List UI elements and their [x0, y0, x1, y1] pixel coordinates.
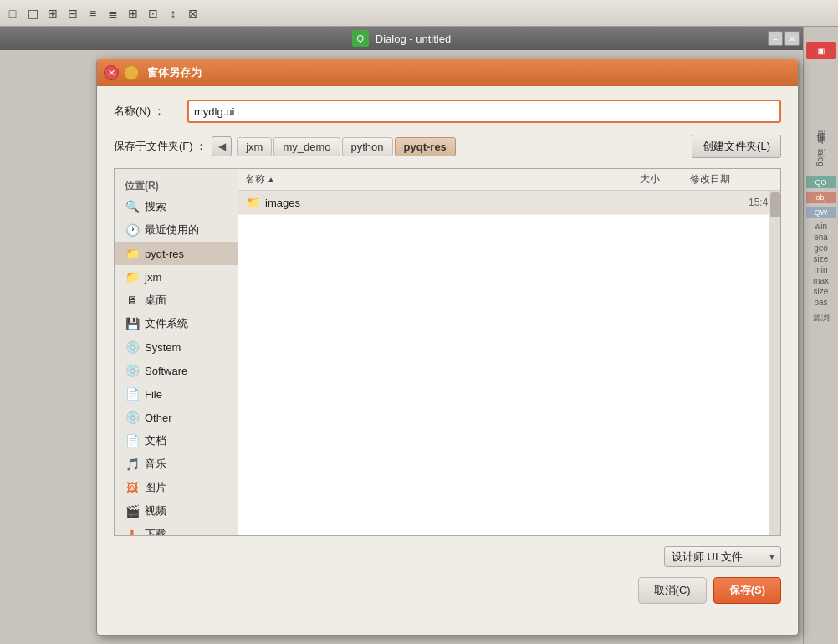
breadcrumb-pyqt-res[interactable]: pyqt-res: [395, 137, 456, 156]
main-pane: 位置(R) 🔍 搜索 🕐 最近使用的 📁 pyqt-res 📁: [114, 168, 781, 536]
right-panel-qw: QW: [806, 207, 836, 218]
main-window-app-icon: Q: [352, 30, 369, 47]
sidebar-item-music-label: 音乐: [145, 457, 166, 472]
sidebar-item-system-label: System: [145, 341, 181, 354]
file-list-container: 名称 ▲ 大小 修改日期 📁: [238, 169, 780, 535]
sidebar-item-download[interactable]: ⬇ 下载: [115, 523, 238, 535]
toolbar-btn-5[interactable]: ≡: [84, 4, 102, 23]
sidebar-item-jxm[interactable]: 📁 jxm: [115, 265, 238, 289]
dialog-minimize-button[interactable]: [124, 65, 139, 80]
toolbar-btn-4[interactable]: ⊟: [64, 4, 82, 23]
right-panel-ena: ena: [814, 233, 828, 242]
right-panel: 对象查 对象 ▣ 性编 ilter ialog 性 QO obj QW win …: [803, 27, 838, 644]
main-window-controls: – ✕: [768, 31, 800, 46]
sidebar-item-recent[interactable]: 🕐 最近使用的: [115, 218, 238, 242]
desktop: □ ◫ ⊞ ⊟ ≡ ≣ ⊞ ⊡ ↕ ⊠ 对象查 对象 ▣ 性编 ilter ia…: [0, 0, 838, 644]
video-icon: 🎬: [125, 503, 140, 519]
toolbar-btn-10[interactable]: ⊠: [184, 4, 202, 23]
sidebar-item-software-label: Software: [145, 365, 187, 377]
breadcrumb-python[interactable]: python: [342, 137, 393, 156]
main-window-minimize[interactable]: –: [768, 31, 783, 46]
dialog-body: 名称(N) ： 保存于文件夹(F) ： ◀ jxm my_demo python…: [97, 86, 798, 617]
file-list: 📁 images 15:45: [238, 191, 780, 535]
sidebar-item-filesystem-label: 文件系统: [145, 316, 188, 331]
col-date-label: 修改日期: [690, 172, 730, 187]
docs-icon: 📄: [125, 433, 140, 448]
right-panel-qo: QO: [806, 176, 836, 188]
right-panel-size: size: [814, 254, 829, 263]
sidebar-item-search-label: 搜索: [145, 199, 166, 214]
sidebar-item-other-label: Other: [145, 411, 172, 424]
toolbar-btn-2[interactable]: ◫: [23, 4, 42, 23]
pyqt-res-folder-icon: 📁: [125, 246, 140, 261]
path-back-button[interactable]: ◀: [212, 136, 232, 156]
sidebar-item-images[interactable]: 🖼 图片: [115, 476, 238, 499]
sidebar-item-docs-label: 文档: [145, 433, 166, 448]
toolbar-btn-9[interactable]: ↕: [164, 4, 182, 23]
dialog-close-button[interactable]: ✕: [104, 65, 119, 80]
sidebar-item-recent-label: 最近使用的: [145, 222, 199, 238]
sidebar-item-system[interactable]: 💿 System: [115, 335, 238, 359]
sidebar-item-file[interactable]: 📄 File: [115, 382, 238, 406]
sidebar-item-other[interactable]: 💿 Other: [115, 406, 238, 429]
breadcrumb-jxm[interactable]: jxm: [237, 137, 272, 156]
toolbar-btn-3[interactable]: ⊞: [43, 4, 62, 23]
file-row-name: images: [265, 197, 640, 209]
breadcrumb-my-demo[interactable]: my_demo: [273, 137, 340, 156]
right-panel-items: 性编 ilter ialog 性 QO obj QW win ena geo s…: [806, 125, 836, 324]
sidebar-item-video[interactable]: 🎬 视频: [115, 499, 238, 523]
file-icon: 📄: [125, 386, 140, 401]
toolbar-btn-6[interactable]: ≣: [104, 4, 122, 23]
col-date[interactable]: 修改日期: [690, 172, 774, 187]
filename-row: 名称(N) ：: [114, 100, 781, 123]
create-folder-button[interactable]: 创建文件夹(L): [692, 135, 781, 158]
sidebar-item-desktop[interactable]: 🖥 桌面: [115, 289, 238, 312]
main-window-titlebar: Q Dialog - untitled – ✕: [0, 27, 803, 50]
sidebar-item-software[interactable]: 💿 Software: [115, 359, 238, 382]
right-panel-win: win: [815, 222, 827, 231]
sidebar-item-music[interactable]: 🎵 音乐: [115, 452, 238, 476]
scrollbar-thumb[interactable]: [770, 192, 780, 217]
sidebar-item-video-label: 视频: [145, 503, 166, 519]
save-dialog: ✕ 窗体另存为 名称(N) ： 保存于文件夹(F) ： ◀ jxm my_dem…: [96, 59, 799, 636]
sidebar-item-jxm-label: jxm: [145, 271, 161, 284]
sidebar-header: 位置(R): [115, 176, 238, 195]
file-row-images[interactable]: 📁 images 15:45: [238, 191, 780, 215]
main-window-title: Dialog - untitled: [376, 33, 451, 45]
col-name[interactable]: 名称 ▲: [245, 172, 640, 187]
other-icon: 💿: [125, 410, 140, 425]
sidebar-item-docs[interactable]: 📄 文档: [115, 429, 238, 452]
cancel-button[interactable]: 取消(C): [638, 577, 707, 604]
main-window-close[interactable]: ✕: [784, 31, 800, 46]
desktop-icon: 🖥: [125, 293, 140, 308]
sidebar-item-search[interactable]: 🔍 搜索: [115, 195, 238, 218]
toolbar-btn-1[interactable]: □: [3, 4, 22, 23]
sort-arrow-icon: ▲: [267, 175, 275, 184]
toolbar-btn-7[interactable]: ⊞: [124, 4, 142, 23]
col-name-label: 名称: [245, 172, 265, 187]
sidebar-item-filesystem[interactable]: 💾 文件系统: [115, 312, 238, 335]
right-panel-min: min: [814, 265, 827, 274]
right-panel-browse: 源浏: [813, 312, 830, 324]
sidebar-item-file-label: File: [145, 388, 162, 401]
scrollbar[interactable]: [769, 191, 780, 535]
right-panel-obj: obj: [806, 192, 836, 203]
sidebar-item-download-label: 下载: [145, 527, 166, 535]
file-list-header: 名称 ▲ 大小 修改日期: [238, 169, 780, 191]
sidebar-item-desktop-label: 桌面: [145, 293, 166, 308]
top-toolbar: □ ◫ ⊞ ⊟ ≡ ≣ ⊞ ⊡ ↕ ⊠: [0, 0, 838, 27]
filetype-select[interactable]: 设计师 UI 文件: [664, 546, 781, 567]
toolbar-btn-8[interactable]: ⊡: [144, 4, 162, 23]
software-icon: 💿: [125, 363, 140, 378]
sidebar-item-images-label: 图片: [145, 480, 166, 495]
col-size[interactable]: 大小: [640, 172, 690, 187]
sidebar-item-pyqt-res[interactable]: 📁 pyqt-res: [115, 242, 238, 265]
dialog-title: 窗体另存为: [147, 65, 202, 80]
save-button[interactable]: 保存(S): [713, 577, 781, 604]
bottom-controls: 设计师 UI 文件 ▼: [114, 546, 781, 567]
music-icon: 🎵: [125, 457, 140, 472]
file-row-date: 15:45: [690, 197, 774, 208]
path-row: 保存于文件夹(F) ： ◀ jxm my_demo python pyqt-re…: [114, 135, 781, 158]
right-panel-item-filter: ilter: [816, 130, 825, 144]
filename-input[interactable]: [187, 100, 781, 123]
